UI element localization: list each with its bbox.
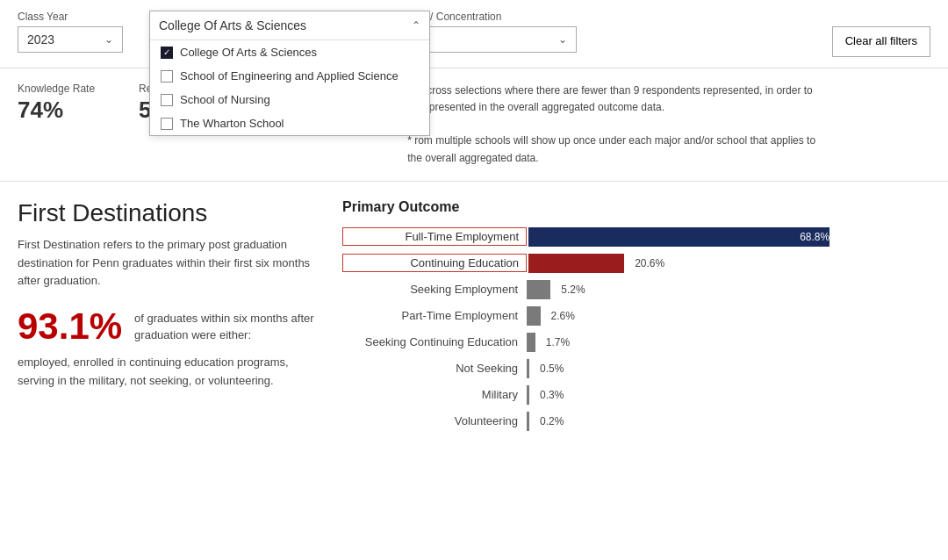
bar-container-3: 2.6%	[527, 306, 930, 326]
school-checkbox-arts	[161, 47, 173, 59]
notice-line1: * or cross selections where there are fe…	[407, 83, 899, 99]
bar-container-2: 5.2%	[527, 280, 930, 299]
knowledge-rate-value: 74%	[18, 97, 95, 124]
bar-fill-4	[527, 333, 535, 352]
bar-container-0: 68.8%	[528, 227, 930, 247]
bar-value-0: 68.8%	[800, 231, 830, 243]
bar-row-6: Military0.3%	[342, 385, 930, 405]
bar-value-2: 5.2%	[561, 284, 585, 296]
clear-all-filters-button[interactable]: Clear all filters	[832, 26, 930, 57]
bar-container-5: 0.5%	[527, 359, 930, 378]
bar-fill-5	[527, 359, 529, 378]
school-dropdown-trigger[interactable]: College Of Arts & Sciences ⌃	[150, 11, 429, 40]
chevron-down-icon: ⌄	[104, 33, 113, 46]
bar-container-6: 0.3%	[527, 385, 930, 405]
bar-fill-1	[528, 254, 624, 273]
bar-row-0: Full-Time Employment68.8%	[342, 227, 930, 247]
bar-container-4: 1.7%	[527, 333, 930, 352]
first-destinations-section: First Destinations First Destination ref…	[18, 199, 316, 438]
big-stat-description: of graduates within six months after gra…	[134, 310, 316, 344]
bar-row-2: Seeking Employment5.2%	[342, 280, 930, 299]
big-percent-value: 93.1%	[18, 308, 122, 345]
chevron-down-icon: ⌄	[558, 33, 567, 46]
chart-section: Primary Outcome Full-Time Employment68.8…	[342, 199, 930, 438]
chart-bars: Full-Time Employment68.8%Continuing Educ…	[342, 227, 930, 431]
bar-row-1: Continuing Education20.6%	[342, 254, 930, 273]
main-content: First Destinations First Destination ref…	[0, 182, 948, 447]
bar-row-3: Part-Time Employment2.6%	[342, 306, 930, 326]
bar-fill-3	[527, 306, 541, 326]
class-year-value: 2023	[27, 32, 54, 47]
school-selected-value: College Of Arts & Sciences	[159, 18, 306, 32]
bar-row-4: Seeking Continuing Education1.7%	[342, 333, 930, 352]
big-stat-row: 93.1% of graduates within six months aft…	[18, 308, 316, 345]
school-option-label-wharton: The Wharton School	[180, 117, 284, 130]
class-year-label: Class Year	[18, 11, 123, 23]
school-options-list: College Of Arts & SciencesSchool of Engi…	[150, 40, 429, 135]
bar-label-0: Full-Time Employment	[342, 227, 527, 246]
bar-row-7: Volunteering0.2%	[342, 412, 930, 431]
first-destinations-title: First Destinations	[18, 199, 316, 227]
stats-section: Knowledge Rate 74% Response Rate 52% Tot…	[0, 68, 948, 182]
notice-line2: re represented in the overall aggregated…	[407, 99, 899, 116]
class-year-dropdown[interactable]: 2023 ⌄	[18, 26, 123, 53]
school-option-arts[interactable]: College Of Arts & Sciences	[150, 40, 429, 64]
school-dropdown-panel: College Of Arts & Sciences ⌃ College Of …	[149, 11, 430, 136]
school-option-label-arts: College Of Arts & Sciences	[180, 46, 317, 59]
bar-label-4: Seeking Continuing Education	[342, 335, 527, 348]
class-year-filter: Class Year 2023 ⌄	[18, 11, 123, 53]
bar-fill-6	[527, 385, 529, 405]
school-checkbox-nursing	[161, 94, 173, 106]
bar-label-6: Military	[342, 388, 527, 401]
school-filter: School College Of Arts & Sciences ⌃ Coll…	[149, 11, 182, 23]
bar-label-5: Not Seeking	[342, 362, 527, 375]
school-option-wharton[interactable]: The Wharton School	[150, 111, 429, 135]
bar-value-1: 20.6%	[635, 257, 664, 269]
knowledge-rate-block: Knowledge Rate 74%	[18, 83, 95, 167]
school-checkbox-eng	[161, 70, 173, 83]
notice-section: * or cross selections where there are fe…	[407, 83, 899, 167]
bar-value-5: 0.5%	[540, 363, 564, 375]
notice-line4: the overall aggregated data.	[407, 150, 899, 167]
bar-container-1: 20.6%	[528, 254, 930, 273]
bar-value-6: 0.3%	[540, 389, 564, 401]
school-option-label-nursing: School of Nursing	[180, 93, 270, 106]
school-option-label-eng: School of Engineering and Applied Scienc…	[180, 69, 399, 83]
notice-line3: * rom multiple schools will show up once…	[407, 133, 899, 149]
bar-value-4: 1.7%	[546, 336, 570, 348]
school-option-nursing[interactable]: School of Nursing	[150, 88, 429, 111]
bar-fill-7	[527, 412, 529, 431]
knowledge-rate-label: Knowledge Rate	[18, 83, 95, 95]
filter-bar: Class Year 2023 ⌄ School College Of Arts…	[0, 0, 948, 68]
bar-label-2: Seeking Employment	[342, 283, 527, 296]
bar-container-7: 0.2%	[527, 412, 930, 431]
bar-label-7: Volunteering	[342, 414, 527, 427]
bar-fill-0	[528, 227, 830, 247]
chevron-up-icon: ⌃	[412, 19, 420, 32]
bar-value-7: 0.2%	[540, 415, 564, 427]
bar-value-3: 2.6%	[551, 310, 575, 322]
employed-note: employed, enrolled in continuing educati…	[18, 354, 316, 391]
chart-title: Primary Outcome	[342, 199, 930, 215]
bar-label-1: Continuing Education	[342, 254, 527, 272]
school-option-eng[interactable]: School of Engineering and Applied Scienc…	[150, 64, 429, 88]
first-destinations-description: First Destination refers to the primary …	[18, 236, 316, 291]
bar-fill-2	[527, 280, 550, 299]
school-checkbox-wharton	[161, 118, 173, 130]
bar-row-5: Not Seeking0.5%	[342, 359, 930, 378]
bar-label-3: Part-Time Employment	[342, 309, 527, 322]
